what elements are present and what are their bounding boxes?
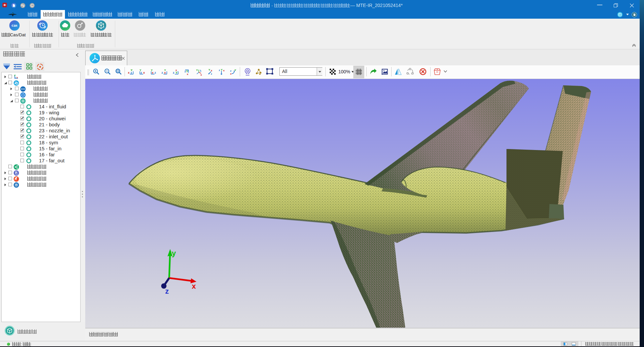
svg-text:z: z <box>230 69 231 72</box>
svg-text:Y: Y <box>131 69 133 72</box>
svg-text:x: x <box>143 71 145 74</box>
svg-text:Y: Y <box>164 69 166 72</box>
svg-text:z: z <box>15 76 17 79</box>
svg-text:z: z <box>155 71 156 74</box>
svg-text:Y: Y <box>196 69 198 72</box>
svg-text:z: z <box>165 287 169 295</box>
svg-text:Y: Y <box>208 68 210 71</box>
svg-text:λ: λ <box>200 69 201 72</box>
svg-text:x: x <box>223 69 225 72</box>
svg-text:Y: Y <box>14 74 16 77</box>
svg-text:z: z <box>161 71 163 74</box>
svg-text:z: z <box>173 71 174 74</box>
svg-text:x: x <box>230 72 232 75</box>
svg-text:x: x <box>211 69 212 72</box>
svg-text:x: x <box>175 69 177 72</box>
svg-text:x: x <box>192 282 196 290</box>
svg-text:Y: Y <box>221 68 223 71</box>
svg-text:z: z <box>219 69 220 72</box>
svg-text:y: y <box>172 249 176 257</box>
svg-text:z: z <box>211 72 212 75</box>
svg-text:z: z <box>141 71 142 74</box>
svg-text:Y: Y <box>234 69 236 72</box>
svg-text:x: x <box>200 73 202 76</box>
svg-text:x: x <box>187 73 188 76</box>
svg-text:x: x <box>17 76 18 79</box>
svg-text:x: x <box>152 71 154 74</box>
svg-text:x: x <box>128 71 130 74</box>
